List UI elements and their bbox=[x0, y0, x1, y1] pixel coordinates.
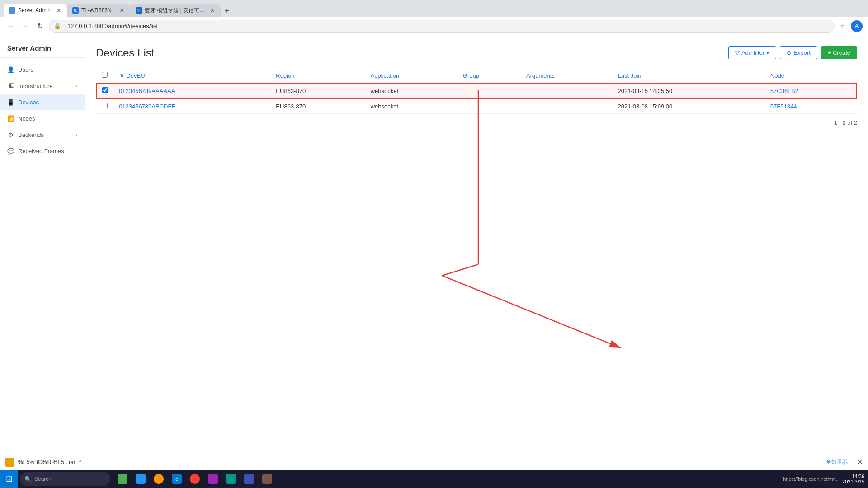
taskbar-app-8[interactable] bbox=[259, 470, 276, 488]
profile-icon[interactable]: A bbox=[851, 20, 863, 32]
row1-arguments-cell bbox=[521, 83, 612, 99]
tab-server-admin-close[interactable]: ✕ bbox=[56, 7, 61, 14]
infrastructure-chevron: › bbox=[75, 83, 77, 89]
app-layout: Server Admin 👤 Users 🏗 Infrastructure › … bbox=[0, 35, 868, 488]
tab-bar: Server Admin ✕ TL TL-WR886N ✕ 🔷 蓝牙 模组专题 … bbox=[4, 0, 233, 17]
start-button[interactable]: ⊞ bbox=[0, 470, 18, 488]
row1-node-link[interactable]: 57C36FB2 bbox=[770, 88, 798, 94]
server-admin-favicon bbox=[9, 7, 15, 14]
sidebar-item-infrastructure-label: Infrastructure bbox=[18, 83, 72, 89]
tl-favicon: TL bbox=[72, 7, 79, 14]
taskbar-app-3[interactable] bbox=[150, 470, 167, 488]
bookmark-icon[interactable]: ☆ bbox=[838, 22, 847, 31]
select-all-checkbox[interactable] bbox=[102, 72, 108, 78]
main-content: Devices List ▽ Add filter ▾ ⊙ Export + C… bbox=[85, 35, 868, 488]
table-row: 0123456789AAAAAA EU863-870 websocket 202… bbox=[96, 83, 857, 99]
sidebar-item-backends-label: Backends bbox=[18, 131, 72, 138]
header-actions: ▽ Add filter ▾ ⊙ Export + Create bbox=[728, 46, 857, 59]
taskbar-url: https://blog.csdn.net/mr... bbox=[783, 476, 839, 482]
row2-node-link[interactable]: 57F51344 bbox=[770, 103, 797, 110]
sidebar-item-users-label: Users bbox=[18, 66, 77, 73]
download-bar-close[interactable]: ✕ bbox=[857, 458, 863, 466]
header-region-label: Region bbox=[276, 72, 294, 79]
sidebar: Server Admin 👤 Users 🏗 Infrastructure › … bbox=[0, 35, 85, 488]
row1-region-cell: EU863-870 bbox=[270, 83, 365, 99]
app-icon-6 bbox=[226, 474, 236, 484]
tab-tl-close[interactable]: ✕ bbox=[119, 7, 125, 14]
sidebar-item-nodes[interactable]: 📶 Nodes bbox=[0, 110, 85, 127]
edge-icon: e bbox=[172, 474, 182, 484]
bluetooth-favicon: 🔷 bbox=[136, 7, 142, 14]
app-icon-8 bbox=[262, 474, 272, 484]
tab-tl-label: TL-WR886N bbox=[81, 7, 112, 14]
row2-group-cell bbox=[458, 99, 521, 114]
taskbar-app-1[interactable] bbox=[114, 470, 131, 488]
row2-region-cell: EU863-870 bbox=[270, 99, 365, 114]
pagination: 1 - 2 of 2 bbox=[96, 114, 857, 131]
export-icon: ⊙ bbox=[787, 49, 792, 56]
back-button[interactable]: ← bbox=[5, 21, 16, 32]
address-bar[interactable]: 🔒 127.0.0.1:8080/admin#/devices/list bbox=[49, 20, 835, 33]
sidebar-item-received-frames[interactable]: 💬 Received Frames bbox=[0, 143, 85, 159]
header-region[interactable]: Region bbox=[270, 68, 365, 83]
tab-server-admin-label: Server Admin bbox=[18, 7, 51, 14]
download-bar: %E5%BC%80%E5...rar ^ 全部显示 ✕ bbox=[0, 454, 868, 470]
row1-group-cell bbox=[458, 83, 521, 99]
header-group-label: Group bbox=[463, 72, 479, 79]
sidebar-item-devices[interactable]: 📱 Devices bbox=[0, 94, 85, 110]
sort-icon: ▼ bbox=[119, 72, 126, 79]
taskbar-clock: 14:36 2021/3/15 bbox=[842, 474, 864, 484]
tab-bluetooth-close[interactable]: ✕ bbox=[210, 7, 215, 14]
row2-node-cell: 57F51344 bbox=[765, 99, 857, 114]
taskbar-app-4[interactable] bbox=[186, 470, 203, 488]
sidebar-item-backends[interactable]: ⚙ Backends › bbox=[0, 127, 85, 143]
app-icon-3 bbox=[154, 474, 164, 484]
app-icon-7 bbox=[244, 474, 254, 484]
sidebar-item-users[interactable]: 👤 Users bbox=[0, 61, 85, 78]
users-icon: 👤 bbox=[7, 66, 14, 73]
taskbar-app-5[interactable] bbox=[204, 470, 222, 488]
table-row: 0123456789ABCDEF EU863-870 websocket 202… bbox=[96, 99, 857, 114]
nodes-icon: 📶 bbox=[7, 115, 14, 122]
taskbar-app-edge[interactable]: e bbox=[168, 470, 185, 488]
taskbar-app-7[interactable] bbox=[241, 470, 258, 488]
received-frames-icon: 💬 bbox=[7, 147, 14, 155]
row2-deveui-link[interactable]: 0123456789ABCDEF bbox=[119, 103, 175, 110]
header-arguments[interactable]: Arguments bbox=[521, 68, 612, 83]
header-application[interactable]: Application bbox=[365, 68, 458, 83]
row1-node-cell: 57C36FB2 bbox=[765, 83, 857, 99]
sidebar-item-devices-label: Devices bbox=[18, 99, 77, 106]
row1-last-join-cell: 2021-03-15 14:35:50 bbox=[612, 83, 764, 99]
tab-tl-wr886n[interactable]: TL TL-WR886N ✕ bbox=[67, 4, 130, 17]
add-filter-button[interactable]: ▽ Add filter ▾ bbox=[728, 46, 776, 59]
svg-line-2 bbox=[442, 264, 478, 276]
download-chevron[interactable]: ^ bbox=[79, 459, 82, 465]
filter-icon: ▽ bbox=[735, 49, 740, 56]
export-button[interactable]: ⊙ Export bbox=[780, 46, 817, 59]
row1-checkbox[interactable] bbox=[102, 87, 108, 93]
create-button[interactable]: + Create bbox=[821, 46, 857, 59]
sidebar-brand: Server Admin bbox=[0, 39, 85, 58]
taskbar-app-6[interactable] bbox=[222, 470, 240, 488]
header-node[interactable]: Node bbox=[765, 68, 857, 83]
tab-bluetooth[interactable]: 🔷 蓝牙 模组专题 | 安信可科技 ✕ bbox=[130, 4, 221, 17]
row2-deveui-cell: 0123456789ABCDEF bbox=[113, 99, 270, 114]
new-tab-button[interactable]: + bbox=[221, 5, 233, 17]
filter-dropdown-icon: ▾ bbox=[766, 49, 769, 56]
header-last-join[interactable]: Last Join bbox=[612, 68, 764, 83]
taskbar-search[interactable]: 🔍 Search bbox=[20, 472, 110, 486]
row1-deveui-link[interactable]: 0123456789AAAAAA bbox=[119, 88, 175, 94]
header-deveui[interactable]: ▼ DevEUI bbox=[113, 68, 270, 83]
sidebar-item-infrastructure[interactable]: 🏗 Infrastructure › bbox=[0, 78, 85, 94]
tab-server-admin[interactable]: Server Admin ✕ bbox=[4, 4, 67, 17]
row1-application-cell: websocket bbox=[365, 83, 458, 99]
row2-checkbox[interactable] bbox=[102, 103, 108, 108]
refresh-button[interactable]: ↻ bbox=[34, 21, 45, 32]
header-group[interactable]: Group bbox=[458, 68, 521, 83]
taskbar-app-2[interactable] bbox=[132, 470, 149, 488]
show-all-link[interactable]: 全部显示 bbox=[826, 458, 848, 466]
forward-button[interactable]: → bbox=[20, 21, 31, 32]
row2-application-cell: websocket bbox=[365, 99, 458, 114]
create-label: + Create bbox=[828, 49, 850, 56]
app-icon-5 bbox=[208, 474, 218, 484]
